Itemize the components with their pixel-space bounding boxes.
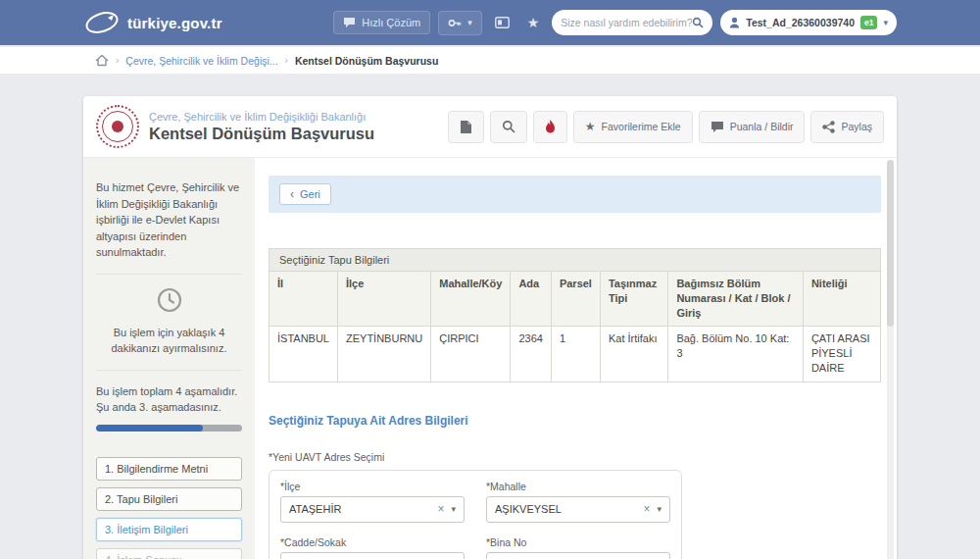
breadcrumb-parent-link[interactable]: Çevre, Şehircilik ve İklim Değişi... [125, 55, 277, 67]
step-list: 1. Bilgilendirme Metni 2. Tapu Bilgileri… [96, 457, 242, 559]
breadcrumb: › Çevre, Şehircilik ve İklim Değişi... ›… [0, 47, 980, 74]
document-icon [460, 120, 472, 134]
field-cadde-sokak: *Cadde/Sokak ADA SOKAK × ▾ [280, 536, 465, 559]
chevron-down-icon[interactable]: ▾ [448, 504, 456, 514]
share-icon [822, 121, 835, 133]
service-sidebar: Bu hizmet Çevre, Şehircilik ve İklim Değ… [83, 158, 255, 559]
service-card: Çevre, Şehircilik ve İklim Değişikliği B… [83, 96, 897, 559]
tapu-table-section: Seçtiğiniz Tapu Bilgileri İl İlçe Mahall… [269, 248, 881, 382]
back-label: Geri [300, 188, 320, 200]
cell-tasinmaz-tipi: Kat İrtifakı [600, 326, 667, 381]
service-header: Çevre, Şehircilik ve İklim Değişikliği B… [83, 96, 897, 158]
col-ada: Ada [511, 272, 551, 327]
step-bilgilendirme-metni[interactable]: 1. Bilgilendirme Metni [96, 457, 242, 481]
table-row: İSTANBUL ZEYTİNBURNU ÇIRPICI 2364 1 Kat … [270, 326, 881, 381]
topbar: türkiye.gov.tr Hızlı Çözüm ▾ [0, 0, 980, 45]
clock-icon [157, 287, 182, 313]
chat-bubble-icon [343, 17, 356, 28]
clear-icon[interactable]: × [433, 502, 448, 516]
progress-fill [96, 425, 203, 432]
service-content: ‹ Geri Seçtiğiniz Tapu Bilgileri İl İlçe… [255, 158, 897, 559]
ilce-value: ATAŞEHİR [289, 503, 433, 515]
cell-il: İSTANBUL [270, 326, 338, 381]
service-note: Bu hizmet Çevre, Şehircilik ve İklim Değ… [96, 179, 242, 261]
chevron-down-icon[interactable]: ▾ [654, 504, 662, 514]
rate-report-button[interactable]: Puanla / Bildir [699, 111, 806, 143]
search-icon[interactable] [692, 17, 704, 28]
uavt-address-label: *Yeni UAVT Adres Seçimi [269, 451, 881, 463]
ministry-link[interactable]: Çevre, Şehircilik ve İklim Değişikliği B… [149, 111, 374, 123]
breadcrumb-separator: › [285, 55, 288, 66]
user-icon [729, 17, 740, 28]
field-mahalle: *Mahalle AŞIKVEYSEL × ▾ [486, 481, 670, 523]
cell-ilce: ZEYTİNBURNU [337, 326, 430, 381]
bina-no-label: *Bina No [486, 536, 670, 548]
col-mahalle-koy: Mahalle/Köy [431, 272, 511, 327]
quick-solution-label: Hızlı Çözüm [362, 17, 420, 28]
cell-parsel: 1 [551, 326, 600, 381]
address-section-heading: Seçtiğiniz Tapuya Ait Adres Bilgileri [269, 414, 881, 428]
ilce-select[interactable]: ATAŞEHİR × ▾ [280, 496, 465, 523]
share-label: Paylaş [841, 121, 872, 132]
duration-note: Bu işlem için yaklaşık 4 dakikanızı ayır… [96, 325, 242, 357]
stage-note: Bu işlem toplam 4 aşamalıdır. Şu anda 3.… [96, 383, 242, 416]
add-favorite-label: Favorilerime Ekle [602, 121, 681, 132]
cell-mahalle-koy: ÇIRPICI [431, 326, 511, 381]
cell-niteligi: ÇATI ARASI PİYESLİ DAİRE [803, 326, 880, 381]
cell-bagimsiz-bolum: Bağ. Bölüm No. 10 Kat: 3 [668, 326, 803, 381]
key-icon [448, 17, 462, 29]
col-ilce: İlçe [337, 272, 430, 327]
clear-icon[interactable]: × [639, 502, 654, 516]
search-icon [502, 120, 515, 133]
ministry-seal-logo [96, 105, 139, 148]
user-name: Test_Ad_26360039740 [746, 17, 855, 28]
mahalle-label: *Mahalle [486, 481, 670, 492]
popular-service-button[interactable] [533, 111, 567, 143]
favorites-star-icon[interactable]: ★ [522, 11, 545, 34]
step-tapu-bilgileri[interactable]: 2. Tapu Bilgileri [96, 487, 242, 511]
step-islem-sonucu[interactable]: 4. İşlem Sonucu [96, 548, 242, 559]
service-search-button[interactable] [490, 111, 527, 143]
page-title: Kentsel Dönüşüm Başvurusu [149, 125, 374, 143]
accessibility-card-icon[interactable] [490, 13, 514, 32]
col-tasinmaz-tipi: Taşınmaz Tipi [600, 272, 667, 327]
mahalle-select[interactable]: AŞIKVEYSEL × ▾ [486, 496, 670, 523]
back-banner: ‹ Geri [269, 176, 881, 213]
login-key-menu[interactable]: ▾ [438, 11, 482, 35]
breadcrumb-current: Kentsel Dönüşüm Başvurusu [295, 55, 438, 67]
comment-icon [710, 121, 724, 133]
chevron-left-icon: ‹ [290, 188, 294, 200]
chevron-down-icon: ▾ [467, 18, 472, 27]
divider [96, 274, 242, 275]
col-parsel: Parsel [551, 272, 600, 327]
content-scrollbar[interactable] [887, 160, 894, 559]
star-icon: ★ [585, 120, 596, 133]
service-description-button[interactable] [448, 111, 484, 143]
mahalle-value: AŞIKVEYSEL [495, 503, 639, 515]
home-icon[interactable] [95, 54, 109, 67]
step-iletisim-bilgileri[interactable]: 3. İletişim Bilgileri [96, 518, 242, 541]
col-niteligi: Niteliği [803, 272, 880, 327]
page: türkiye.gov.tr Hızlı Çözüm ▾ [0, 0, 980, 559]
bina-no-select[interactable]: 2 (Mesken) × ▾ [486, 552, 670, 559]
col-il: İl [270, 272, 338, 327]
user-account-menu[interactable]: Test_Ad_26360039740 e1 ▾ [720, 10, 897, 35]
progress-bar [96, 425, 242, 432]
add-favorite-button[interactable]: ★ Favorilerime Ekle [573, 111, 693, 143]
uavt-address-fieldset: *İlçe ATAŞEHİR × ▾ *Mahalle AŞIKVEYSEL [269, 470, 682, 559]
chevron-down-icon: ▾ [883, 18, 888, 27]
search-input[interactable] [561, 17, 692, 28]
field-ilce: *İlçe ATAŞEHİR × ▾ [280, 481, 465, 523]
cadde-sokak-label: *Cadde/Sokak [280, 536, 465, 548]
back-button[interactable]: ‹ Geri [279, 183, 331, 205]
help-search[interactable] [552, 10, 712, 35]
turkiye-gov-logo[interactable]: türkiye.gov.tr [83, 10, 222, 35]
share-button[interactable]: Paylaş [810, 111, 884, 143]
quick-solution-button[interactable]: Hızlı Çözüm [333, 11, 430, 34]
divider [96, 370, 242, 371]
flame-icon [545, 120, 556, 134]
logo-swirl-icon [83, 10, 121, 35]
scrollbar-thumb[interactable] [887, 160, 894, 327]
logo-text: türkiye.gov.tr [127, 15, 222, 31]
cadde-sokak-select[interactable]: ADA SOKAK × ▾ [280, 552, 465, 559]
